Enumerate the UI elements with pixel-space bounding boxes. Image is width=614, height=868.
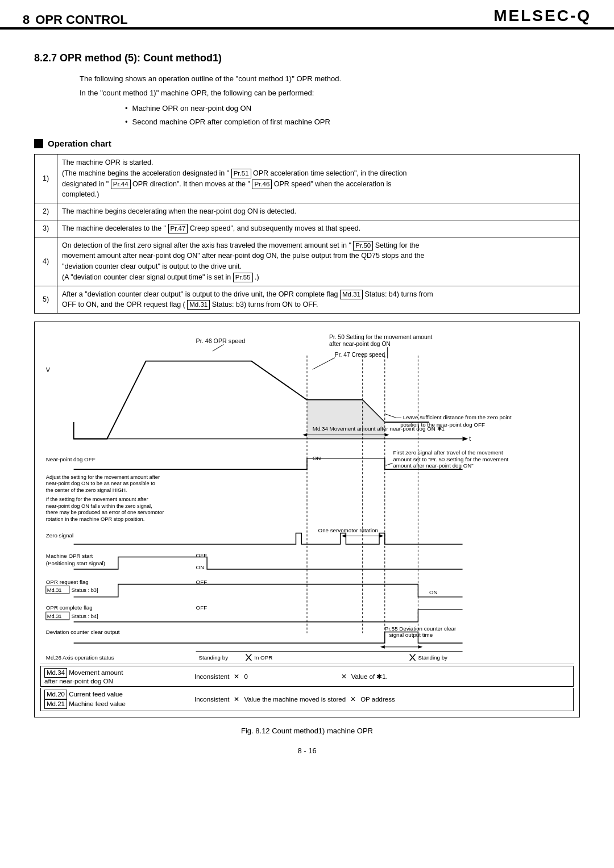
svg-text:Status : b4]: Status : b4] [72,614,98,619]
row-text-3: The machine decelerates to the " Pr.47 C… [57,220,580,237]
operation-table: 1) The machine OPR is started. (The mach… [34,154,580,314]
md34-zero: 0 [244,673,247,680]
svg-text:ON: ON [429,589,438,595]
svg-text:Pr. 46 OPR speed: Pr. 46 OPR speed [196,338,246,345]
page-footer: 8 - 16 [34,746,580,761]
bullet-marker-1: • [125,103,128,115]
md20-x1: ✕ [234,695,239,703]
svg-text:Adjust the setting for the mov: Adjust the setting for the movement amou… [46,474,160,480]
svg-text:Deviation counter clear output: Deviation counter clear output [46,629,120,636]
pr50-label-t: Pr.50 [353,241,373,251]
md34-value-inconsistent: Inconsistent [194,673,229,680]
svg-text:Status : b3]: Status : b3] [72,587,98,593]
svg-text:near-point dog ON falls within: near-point dog ON falls within the zero … [46,503,152,509]
md34-label: Md.34 Movement amountafter near-point do… [44,668,158,685]
table-row: 1) The machine OPR is started. (The mach… [35,155,580,203]
md20-op-address: OP address [360,696,395,703]
row-text-4: On detection of the first zero signal af… [57,237,580,286]
svg-text:Machine OPR start: Machine OPR start [46,553,93,560]
md31-label-t2: Md.31 [187,300,210,310]
svg-text:the center of the zero signal : the center of the zero signal HIGH. [46,487,127,493]
md20-inconsistent: Inconsistent [194,696,229,703]
table-row: 5) After a "deviation counter clear outp… [35,286,580,314]
svg-text:Near-point dog OFF: Near-point dog OFF [46,456,96,462]
row-text-2: The machine begins decelerating when the… [57,203,580,220]
svg-text:In OPR: In OPR [254,654,272,661]
svg-text:position to the near-point dog: position to the near-point dog OFF [400,422,485,428]
svg-text:Md.31: Md.31 [47,587,62,593]
svg-text:Standing by: Standing by [418,654,447,661]
pr51-label: Pr.51 [231,169,251,178]
md20-x2: ✕ [350,695,356,703]
svg-text:One servomotor rotation: One servomotor rotation [318,527,378,533]
svg-text:there may be produced an error: there may be produced an error of one se… [46,510,164,515]
svg-text:rotation in the machine OPR st: rotation in the machine OPR stop positio… [46,516,145,522]
subsection-title: 8.2.7 OPR method (5): Count method1) [34,52,580,64]
page: 8 OPR CONTROL MELSEC-Q 8.2.7 OPR method … [0,0,614,868]
svg-text:— Leave sufficient distance fr: — Leave sufficient distance from the zer… [396,414,512,420]
bullet-marker-2: • [125,116,128,128]
intro-line2: In the "count method 1)" machine OPR, th… [80,87,580,99]
row-num-4: 4) [35,237,57,286]
pr44-label: Pr.44 [111,180,131,189]
svg-rect-0 [40,328,574,661]
svg-text:Zero signal: Zero signal [46,533,73,539]
row-num-3: 3) [35,220,57,237]
svg-text:(Positioning start signal): (Positioning start signal) [46,560,105,566]
brand-title: MELSEC-Q [493,7,591,27]
svg-text:Md.31: Md.31 [47,614,62,619]
table-row: 2) The machine begins decelerating when … [35,203,580,220]
svg-text:Pr. 47 Creep speed: Pr. 47 Creep speed [335,352,385,358]
svg-text:V: V [46,366,51,373]
black-square-icon [34,139,43,148]
figure-caption: Fig. 8.12 Count method1) machine OPR [34,727,580,735]
pr46-label-t: Pr.46 [252,180,272,189]
table-row: 3) The machine decelerates to the " Pr.4… [35,220,580,237]
bullet-text-1: Machine OPR on near-point dog ON [132,103,252,115]
svg-text:near-point dog ON to be as nea: near-point dog ON to be as near as possi… [46,481,155,487]
table-row: 4) On detection of the first zero signal… [35,237,580,286]
svg-text:First zero signal after travel: First zero signal after travel of the mo… [393,449,503,456]
row-num-2: 2) [35,203,57,220]
svg-text:If the setting for the movemen: If the setting for the movement amount a… [46,496,148,502]
md34-x2: ✕ [341,673,347,681]
bullet-text-2: Second machine OPR after completion of f… [132,116,330,128]
svg-text:Md.26 Axis operation status: Md.26 Axis operation status [46,654,114,661]
row-text-5: After a "deviation counter clear output"… [57,286,580,314]
svg-text:Pr.55 Deviation counter clear: Pr.55 Deviation counter clear [385,625,457,632]
md20-value-moved: Value the machine moved is stored [244,696,346,703]
op-chart-heading: Operation chart [34,139,580,148]
md20-label: Md.20 Current feed value [44,690,158,699]
md20-row: Md.20 Current feed value Md.21 Machine f… [40,688,574,711]
header-section-num: 8 [23,12,30,27]
timing-diagram-svg: V Pr. 46 OPR speed Pr. 50 Setting for th… [40,328,574,661]
md21-label: Md.21 Machine feed value [44,699,158,709]
diagram-area: V Pr. 46 OPR speed Pr. 50 Setting for th… [34,322,580,717]
svg-text:OPR complete flag: OPR complete flag [46,605,93,611]
svg-text:after near-point dog ON: after near-point dog ON [329,341,391,347]
intro-line1: The following shows an operation outline… [80,73,580,85]
svg-text:amount after near-point dog ON: amount after near-point dog ON" [393,462,474,469]
svg-text:Pr. 50 Setting for the movemen: Pr. 50 Setting for the movement amount [329,334,432,340]
svg-text:signal output time: signal output time [389,632,433,638]
svg-text:OPR request flag: OPR request flag [46,579,89,586]
pr47-label-t: Pr.47 [168,224,188,233]
pr55-label-t: Pr.55 [233,273,253,282]
svg-text:ON: ON [196,564,205,570]
svg-text:OFF: OFF [196,605,208,611]
header-section-label: OPR CONTROL [35,12,128,27]
row-text-1: The machine OPR is started. (The machine… [57,155,580,203]
row-num-1: 1) [35,155,57,203]
row-num-5: 5) [35,286,57,314]
md34-x1: ✕ [234,673,239,681]
svg-text:Standing by: Standing by [198,654,228,661]
md34-row: Md.34 Movement amountafter near-point do… [40,666,574,687]
svg-text:t: t [469,436,471,443]
svg-text:amount set to "Pr. 50 Setting : amount set to "Pr. 50 Setting for the mo… [393,456,508,462]
md31-label-t1: Md.31 [340,290,363,299]
md34-value-star: Value of ✱1. [351,673,388,681]
